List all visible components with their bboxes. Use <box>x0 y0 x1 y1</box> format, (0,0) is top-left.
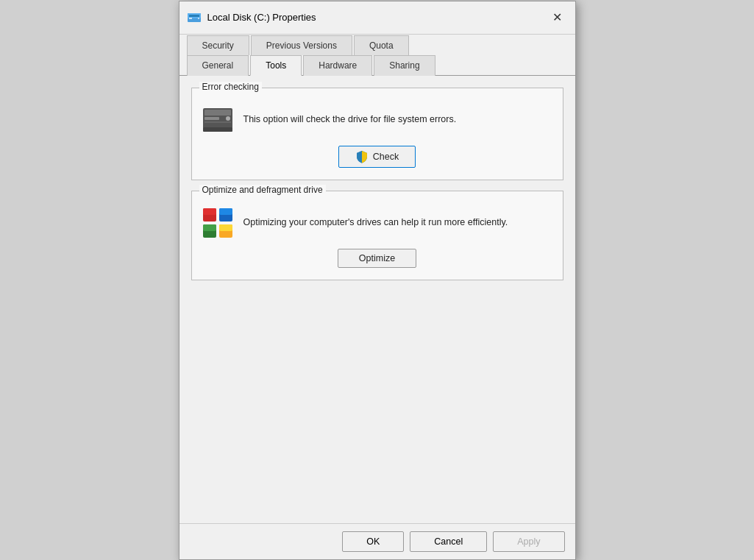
dialog-icon <box>187 10 202 25</box>
svg-point-4 <box>198 18 199 19</box>
tab-bar: Security Previous Versions Quota General… <box>179 35 575 76</box>
error-checking-button-row: Check <box>202 146 552 168</box>
check-button-label: Check <box>373 152 399 162</box>
error-checking-section: Error checking This option will check th… <box>191 88 563 180</box>
shield-icon <box>355 150 369 163</box>
optimize-title: Optimize and defragment drive <box>199 185 326 195</box>
drive-icon <box>202 104 233 135</box>
tab-sharing[interactable]: Sharing <box>374 55 435 76</box>
optimize-description: Optimizing your computer's drives can he… <box>243 216 552 230</box>
error-checking-description: This option will check the drive for fil… <box>243 113 552 127</box>
apply-button[interactable]: Apply <box>493 531 564 552</box>
close-button[interactable]: ✕ <box>547 7 568 28</box>
optimize-button-label: Optimize <box>359 253 395 263</box>
svg-rect-16 <box>203 224 216 231</box>
ok-button[interactable]: OK <box>342 531 404 552</box>
svg-point-8 <box>226 116 230 121</box>
optimize-button[interactable]: Optimize <box>338 249 416 268</box>
svg-rect-14 <box>219 208 232 215</box>
content-area: Error checking This option will check th… <box>179 76 575 523</box>
properties-dialog: Local Disk (C:) Properties ✕ Security Pr… <box>179 1 576 560</box>
optimize-button-row: Optimize <box>202 249 552 268</box>
tab-tools[interactable]: Tools <box>250 55 302 76</box>
tab-row-1: Security Previous Versions Quota <box>187 35 568 54</box>
svg-rect-7 <box>204 117 219 120</box>
footer: OK Cancel Apply <box>179 523 575 559</box>
tab-quota[interactable]: Quota <box>354 35 409 55</box>
tab-hardware[interactable]: Hardware <box>303 55 372 76</box>
tab-general[interactable]: General <box>187 55 249 76</box>
dialog-title: Local Disk (C:) Properties <box>207 12 541 23</box>
tab-security[interactable]: Security <box>187 35 249 55</box>
cancel-button[interactable]: Cancel <box>410 531 487 552</box>
defrag-icon <box>202 208 233 238</box>
svg-rect-9 <box>204 121 231 123</box>
svg-rect-10 <box>203 127 232 132</box>
check-button[interactable]: Check <box>338 146 416 168</box>
tab-row-2: General Tools Hardware Sharing <box>187 54 568 75</box>
svg-rect-3 <box>189 18 192 19</box>
svg-rect-18 <box>219 224 232 231</box>
svg-rect-2 <box>189 15 199 17</box>
optimize-section: Optimize and defragment drive <box>191 191 563 280</box>
error-checking-body: This option will check the drive for fil… <box>202 104 552 135</box>
svg-rect-12 <box>203 208 216 215</box>
error-checking-title: Error checking <box>199 82 262 92</box>
svg-rect-6 <box>204 110 231 116</box>
optimize-body: Optimizing your computer's drives can he… <box>202 208 552 238</box>
title-bar: Local Disk (C:) Properties ✕ <box>179 1 575 35</box>
tab-previous-versions[interactable]: Previous Versions <box>251 35 352 55</box>
